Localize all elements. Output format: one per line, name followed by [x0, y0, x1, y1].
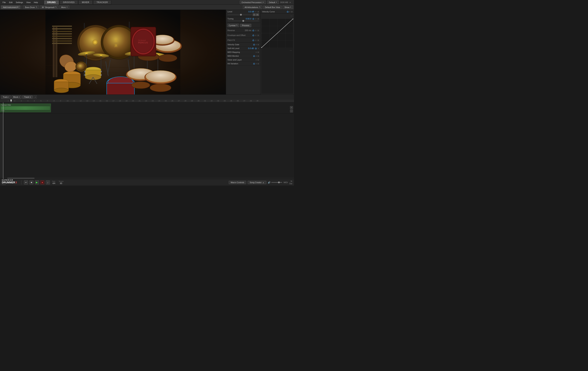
scrollbar-thumb[interactable]	[7, 178, 34, 179]
show-button[interactable]: Show ▾	[283, 5, 293, 9]
loop-button[interactable]: ↩	[24, 180, 28, 185]
articulations-selector[interactable]: All Articulations ⇅	[243, 5, 262, 9]
expand-icon[interactable]: ≡	[290, 1, 291, 3]
play-button[interactable]: ▶	[35, 180, 39, 185]
song-creator-button[interactable]: Song Creator ▲	[248, 181, 266, 184]
soft-hit-power-icon[interactable]: ⏻	[255, 47, 257, 49]
midi-monitor-expand-icon[interactable]: ⊞	[257, 55, 259, 57]
track-button[interactable]: Track ▾	[1, 95, 11, 99]
hit-variation-settings-icon[interactable]: ≡	[256, 63, 257, 65]
zoom-in-button[interactable]: +	[290, 106, 293, 109]
cymbal-selector[interactable]: Cymbal ⇅	[227, 24, 239, 27]
svg-point-78	[131, 82, 150, 89]
voice-layer-expand-icon[interactable]: ⊞	[257, 59, 259, 61]
mute-button[interactable]: M	[256, 13, 259, 16]
menu-edit[interactable]: Edit	[8, 1, 14, 4]
pitch-fx-settings-icon[interactable]: ≡	[255, 39, 256, 41]
midi-mapping-expand-icon[interactable]: ⊞	[257, 51, 259, 53]
reverse-power-icon[interactable]: ⏻	[252, 30, 254, 31]
envelope-expand-icon[interactable]: ⊞	[257, 34, 259, 36]
block-button[interactable]: Block ▾	[12, 95, 21, 99]
tab-grooves[interactable]: GROOVES	[59, 0, 78, 5]
tab-mixer[interactable]: MIXER	[78, 0, 93, 5]
tuning-expand-icon[interactable]: ⊞	[257, 18, 259, 20]
zoom-out-button[interactable]: −	[290, 110, 293, 113]
tuning-settings-icon[interactable]: ≡	[255, 18, 256, 20]
solo-button[interactable]: S	[253, 13, 256, 16]
master-volume-slider[interactable]	[271, 182, 282, 183]
clip-verse: Verse	[0, 110, 51, 112]
midi-mapping-settings-icon[interactable]: ≡	[256, 51, 257, 53]
add-instrument-label: Add Instrument	[3, 6, 17, 8]
voice-layer-settings-icon[interactable]: ≡	[256, 59, 257, 61]
velocity-canvas-dots-menu[interactable]: ···	[261, 48, 293, 52]
envelope-power-icon[interactable]: ⏻	[252, 34, 254, 36]
svg-point-80	[146, 71, 175, 82]
track-clip-1[interactable]: iTamtam Ride Verse	[0, 103, 51, 112]
bergerault-selector[interactable]: 36° Bergerault ⇅	[40, 5, 58, 9]
midi-monitor-item[interactable]: MIDI Monitor ⏻ ≡ ⊞	[226, 54, 260, 58]
pitch-fx-expand-icon[interactable]: ⊞	[257, 39, 259, 41]
more-button[interactable]: More ▾	[59, 5, 69, 9]
level-thumb[interactable]	[240, 14, 242, 16]
drum-kit-area[interactable]: 宝 来	[0, 10, 226, 94]
record-button[interactable]: ●	[40, 180, 44, 185]
voice-layer-item[interactable]: Voice and Layer ≡ ⊞	[226, 58, 260, 62]
level-expand-icon[interactable]: ⊞	[257, 11, 259, 13]
pitch-fx-power-icon[interactable]: ⏻	[252, 39, 254, 41]
velocity-curve-settings-icon[interactable]: ≡	[289, 11, 290, 13]
bergerault-arrow-icon: ⇅	[55, 6, 57, 8]
velocity-gate-expand-icon[interactable]: ⊞	[257, 44, 259, 46]
svg-text:Orchestral: Orchestral	[138, 39, 146, 41]
level-slider[interactable]	[227, 14, 252, 15]
velocity-gate-power-icon[interactable]: ⏻	[253, 44, 255, 46]
add-track-button[interactable]: +	[33, 95, 37, 99]
velocity-gate-label: Velocity Gate	[227, 43, 239, 46]
timeline-scrollbar[interactable]	[0, 177, 294, 179]
menu-help[interactable]: Help	[33, 1, 39, 4]
preset-selector[interactable]: Orchestral Percussion I ▾	[240, 0, 266, 4]
velocity-curve-title: Velocity Curve	[262, 10, 275, 13]
reverse-settings-icon[interactable]: ≡	[255, 30, 256, 31]
tuning-slider[interactable]	[227, 21, 259, 21]
metronome-button[interactable]: ♩	[46, 180, 50, 185]
ruler-mark-18: 18	[118, 100, 125, 102]
reverse-expand-icon[interactable]: ⊞	[257, 30, 259, 31]
soft-hit-settings-icon[interactable]: ≡	[258, 47, 259, 49]
velocity-curve-dots-menu[interactable]: ···	[261, 14, 294, 18]
midi-monitor-settings-icon[interactable]: ≡	[256, 55, 257, 57]
ruler-mark-20: 20	[132, 100, 138, 102]
process-button[interactable]: Process	[240, 24, 251, 27]
box-view-selector[interactable]: Default Box View	[263, 6, 282, 9]
add-instrument-button[interactable]: Add Instrument ▾	[1, 5, 20, 9]
bass-drum-selector[interactable]: Bass Drum ⇅	[23, 5, 39, 9]
default-selector[interactable]: Default ▾	[267, 0, 279, 4]
soft-hit-item[interactable]: Soft Hit Level 0.0 dB ⏻ ≡	[226, 47, 260, 50]
default-arrow-icon: ▾	[276, 1, 277, 3]
tab-tracker[interactable]: TRACKER	[93, 0, 111, 5]
tuning-thumb[interactable]	[242, 20, 244, 22]
hit-variation-expand-icon[interactable]: ⊞	[257, 63, 259, 65]
menu-file[interactable]: File	[1, 1, 7, 4]
tab-drums[interactable]: DRUMS	[44, 0, 59, 5]
level-settings-icon[interactable]: ≡	[255, 11, 256, 13]
velocity-curve-canvas[interactable]: ···	[261, 19, 293, 94]
velocity-gate-settings-icon[interactable]: ≡	[256, 44, 257, 46]
hit-variation-item[interactable]: Hit Variation ⏻ ≡ ⊞	[226, 62, 260, 66]
velocity-gate-item[interactable]: Velocity Gate ⏻ ≡ ⊞	[226, 43, 260, 47]
hit-variation-power-icon[interactable]: ⏻	[253, 63, 255, 65]
instrument-bar: Add Instrument ▾ Bass Drum ⇅ 36° Bergera…	[0, 5, 294, 10]
tuning-power-icon[interactable]: ⏻	[252, 18, 254, 20]
master-volume-thumb[interactable]	[278, 182, 280, 183]
menu-view[interactable]: View	[25, 1, 32, 4]
track-lane-1[interactable]: iTamtam Ride Verse	[0, 103, 294, 113]
envelope-settings-icon[interactable]: ≡	[255, 34, 256, 36]
menu-settings[interactable]: Settings	[15, 1, 24, 4]
midi-monitor-power-icon[interactable]: ⏻	[253, 55, 255, 57]
macro-controls-button[interactable]: Macro Controls	[229, 181, 246, 184]
velocity-curve-power-icon[interactable]: ⏻	[287, 11, 289, 13]
midi-mapping-item[interactable]: MIDI Mapping ≡ ⊞	[226, 50, 260, 54]
midi-mapping-label: MIDI Mapping	[227, 51, 240, 53]
stop-button[interactable]: ■	[30, 180, 33, 185]
velocity-curve-expand-icon[interactable]: ⊞	[291, 11, 293, 13]
